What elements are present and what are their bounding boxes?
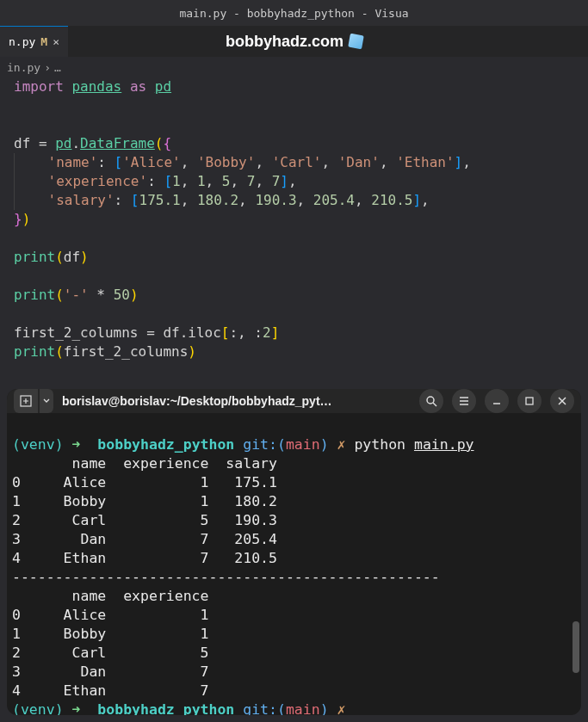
close-icon[interactable]: ×	[53, 35, 59, 48]
new-tab-button[interactable]	[14, 389, 38, 413]
chevron-down-icon	[43, 398, 50, 404]
window-title: main.py - bobbyhadz_python - Visua	[179, 7, 408, 20]
terminal-output-2: name experience 0 Alice 1 1 Bobby 1 2 Ca…	[12, 588, 208, 699]
maximize-button[interactable]	[517, 389, 542, 413]
alias: pd	[155, 78, 171, 95]
editor-tabs: n.py M × bobbyhadz.com	[0, 26, 588, 57]
search-button[interactable]	[419, 389, 443, 413]
minimize-icon	[492, 396, 502, 406]
plus-box-icon	[20, 395, 32, 407]
menu-button[interactable]	[452, 389, 476, 413]
terminal-body[interactable]: (venv) ➜ bobbyhadz_python git:(main) ✗ p…	[7, 413, 581, 715]
new-tab-dropdown[interactable]	[40, 389, 53, 413]
window-titlebar: main.py - bobbyhadz_python - Visua	[0, 0, 588, 26]
chevron-right-icon: ›	[44, 61, 51, 74]
maximize-icon	[524, 396, 535, 406]
terminal-scrollbar[interactable]	[573, 621, 579, 673]
terminal-divider: ----------------------------------------…	[12, 569, 440, 585]
close-button[interactable]	[550, 389, 574, 413]
site-watermark: bobbyhadz.com	[226, 26, 362, 57]
terminal-title: borislav@borislav:~/Desktop/bobbyhadz_py…	[62, 394, 411, 408]
svg-point-1	[427, 397, 434, 404]
minimize-button[interactable]	[485, 389, 509, 413]
keyword: import	[14, 78, 64, 95]
cube-icon	[348, 34, 364, 50]
site-label: bobbyhadz.com	[226, 33, 344, 51]
keyword: as	[130, 78, 146, 95]
terminal-header: borislav@borislav:~/Desktop/bobbyhadz_py…	[7, 389, 581, 413]
breadcrumb-file: in.py	[7, 61, 40, 74]
module: pandas	[71, 78, 121, 95]
terminal-output-1: name experience salary 0 Alice 1 175.1 1…	[12, 455, 277, 566]
terminal-window: borislav@borislav:~/Desktop/bobbyhadz_py…	[7, 389, 581, 715]
search-icon	[425, 395, 437, 407]
tab-main-py[interactable]: n.py M ×	[0, 26, 68, 57]
breadcrumb[interactable]: in.py › …	[0, 57, 588, 77]
breadcrumb-more: …	[54, 61, 61, 74]
svg-rect-2	[526, 398, 533, 404]
tab-modified-indicator: M	[40, 35, 47, 48]
close-icon	[557, 396, 567, 406]
tab-filename: n.py	[9, 35, 35, 48]
hamburger-icon	[458, 395, 470, 407]
code-editor[interactable]: import pandas as pd df = pd.DataFrame({ …	[0, 77, 588, 361]
